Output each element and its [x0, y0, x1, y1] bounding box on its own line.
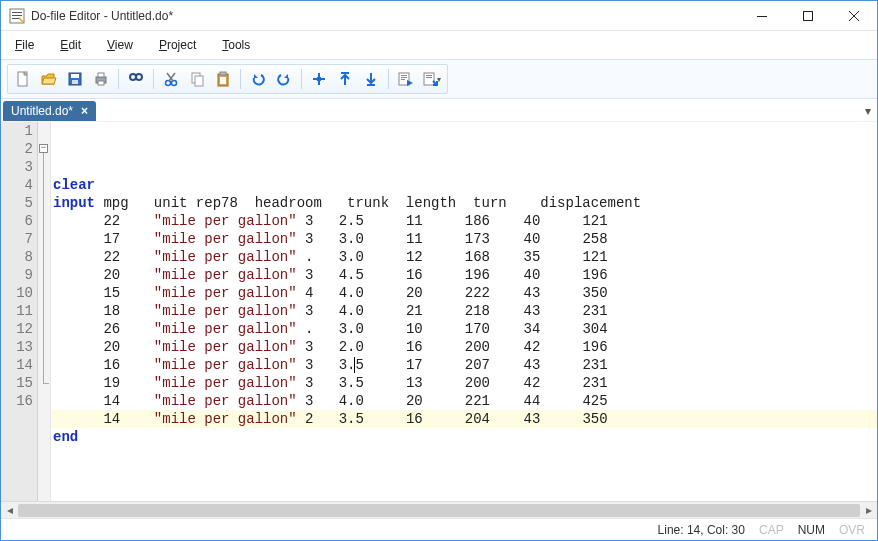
line-number: 9	[1, 266, 33, 284]
menu-tools[interactable]: Tools	[218, 35, 254, 55]
print-icon[interactable]	[90, 68, 112, 90]
status-cap: CAP	[759, 523, 784, 537]
menubar: File Edit View Project Tools	[1, 31, 877, 59]
svg-rect-27	[401, 75, 407, 76]
code-line[interactable]: end	[51, 428, 877, 446]
window-title: Do-file Editor - Untitled.do*	[31, 9, 173, 23]
maximize-button[interactable]	[785, 1, 831, 31]
line-number: 10	[1, 284, 33, 302]
code-line[interactable]	[51, 446, 877, 464]
app-icon	[9, 8, 25, 24]
save-icon[interactable]	[64, 68, 86, 90]
code-line[interactable]: 16 "mile per gallon" 3 3.5 17 207 43 231	[51, 356, 877, 374]
fold-guide	[43, 153, 44, 383]
editor-tab-active[interactable]: Untitled.do* ×	[3, 101, 96, 121]
svg-rect-29	[401, 79, 405, 80]
svg-rect-11	[98, 73, 104, 77]
line-number: 6	[1, 212, 33, 230]
svg-rect-8	[71, 74, 79, 78]
code-editor[interactable]: 12345678910111213141516 − clearinput mpg…	[1, 122, 877, 501]
tab-label: Untitled.do*	[11, 104, 73, 118]
paste-icon[interactable]	[212, 68, 234, 90]
code-line[interactable]: 22 "mile per gallon" . 3.0 12 168 35 121	[51, 248, 877, 266]
fold-column: −	[38, 122, 51, 501]
open-file-icon[interactable]	[38, 68, 60, 90]
scroll-track[interactable]	[18, 502, 860, 519]
code-line[interactable]: 22 "mile per gallon" 3 2.5 11 186 40 121	[51, 212, 877, 230]
code-line[interactable]: 26 "mile per gallon" . 3.0 10 170 34 304	[51, 320, 877, 338]
svg-rect-1	[12, 12, 22, 13]
text-cursor	[354, 357, 355, 373]
code-line[interactable]: 14 "mile per gallon" 3 4.0 20 221 44 425	[51, 392, 877, 410]
svg-rect-12	[98, 81, 104, 85]
line-number: 2	[1, 140, 33, 158]
toolbar-separator	[118, 69, 119, 89]
horizontal-scrollbar[interactable]: ◂ ▸	[1, 501, 877, 518]
line-number: 14	[1, 356, 33, 374]
line-number: 15	[1, 374, 33, 392]
svg-rect-24	[341, 72, 349, 74]
run-do-icon[interactable]: ▾	[421, 68, 443, 90]
fold-end	[43, 383, 49, 384]
svg-rect-19	[195, 76, 203, 86]
code-line[interactable]: input mpg unit rep78 headroom trunk leng…	[51, 194, 877, 212]
line-number: 8	[1, 248, 33, 266]
menu-project[interactable]: Project	[155, 35, 200, 55]
tab-overflow-icon[interactable]: ▾	[96, 101, 875, 121]
scroll-left-icon[interactable]: ◂	[1, 502, 18, 519]
scroll-right-icon[interactable]: ▸	[860, 502, 877, 519]
find-icon[interactable]	[125, 68, 147, 90]
svg-rect-32	[426, 77, 432, 78]
run-selection-icon[interactable]	[395, 68, 417, 90]
menu-view[interactable]: View	[103, 35, 137, 55]
code-line[interactable]: 20 "mile per gallon" 3 2.0 16 200 42 196	[51, 338, 877, 356]
line-number-gutter: 12345678910111213141516	[1, 122, 38, 501]
fold-toggle-icon[interactable]: −	[39, 144, 48, 153]
code-line[interactable]: 15 "mile per gallon" 4 4.0 20 222 43 350	[51, 284, 877, 302]
svg-rect-28	[401, 77, 407, 78]
svg-rect-4	[757, 16, 767, 17]
menu-file[interactable]: File	[11, 35, 38, 55]
status-ovr: OVR	[839, 523, 865, 537]
svg-rect-3	[12, 18, 19, 19]
line-number: 13	[1, 338, 33, 356]
toolbar-separator	[240, 69, 241, 89]
bookmark-toggle-icon[interactable]	[308, 68, 330, 90]
code-line[interactable]: 20 "mile per gallon" 3 4.5 16 196 40 196	[51, 266, 877, 284]
line-number: 11	[1, 302, 33, 320]
svg-rect-23	[317, 77, 321, 81]
svg-rect-2	[12, 15, 22, 16]
copy-icon[interactable]	[186, 68, 208, 90]
status-cursor-pos: Line: 14, Col: 30	[658, 523, 745, 537]
line-number: 1	[1, 122, 33, 140]
svg-rect-5	[804, 11, 813, 20]
close-button[interactable]	[831, 1, 877, 31]
line-number: 12	[1, 320, 33, 338]
undo-icon[interactable]	[247, 68, 269, 90]
toolbar-separator	[388, 69, 389, 89]
cut-icon[interactable]	[160, 68, 182, 90]
new-file-icon[interactable]	[12, 68, 34, 90]
svg-rect-22	[220, 77, 226, 84]
scroll-thumb[interactable]	[18, 504, 860, 517]
menu-edit[interactable]: Edit	[56, 35, 85, 55]
svg-rect-31	[426, 75, 432, 76]
toolbar-separator	[301, 69, 302, 89]
code-line[interactable]: clear	[51, 176, 877, 194]
svg-rect-9	[72, 80, 78, 84]
code-line[interactable]: 18 "mile per gallon" 3 4.0 21 218 43 231	[51, 302, 877, 320]
code-line[interactable]: 17 "mile per gallon" 3 3.0 11 173 40 258	[51, 230, 877, 248]
code-content[interactable]: clearinput mpg unit rep78 headroom trunk…	[51, 122, 877, 501]
tab-bar: Untitled.do* × ▾	[1, 99, 877, 122]
svg-rect-30	[424, 73, 434, 85]
code-line[interactable]: 19 "mile per gallon" 3 3.5 13 200 42 231	[51, 374, 877, 392]
code-line[interactable]: 14 "mile per gallon" 2 3.5 16 204 43 350	[51, 410, 877, 428]
status-bar: Line: 14, Col: 30 CAP NUM OVR	[1, 518, 877, 540]
bookmark-next-icon[interactable]	[360, 68, 382, 90]
tab-close-icon[interactable]: ×	[81, 104, 88, 118]
line-number: 16	[1, 392, 33, 410]
line-number: 4	[1, 176, 33, 194]
bookmark-prev-icon[interactable]	[334, 68, 356, 90]
minimize-button[interactable]	[739, 1, 785, 31]
redo-icon[interactable]	[273, 68, 295, 90]
